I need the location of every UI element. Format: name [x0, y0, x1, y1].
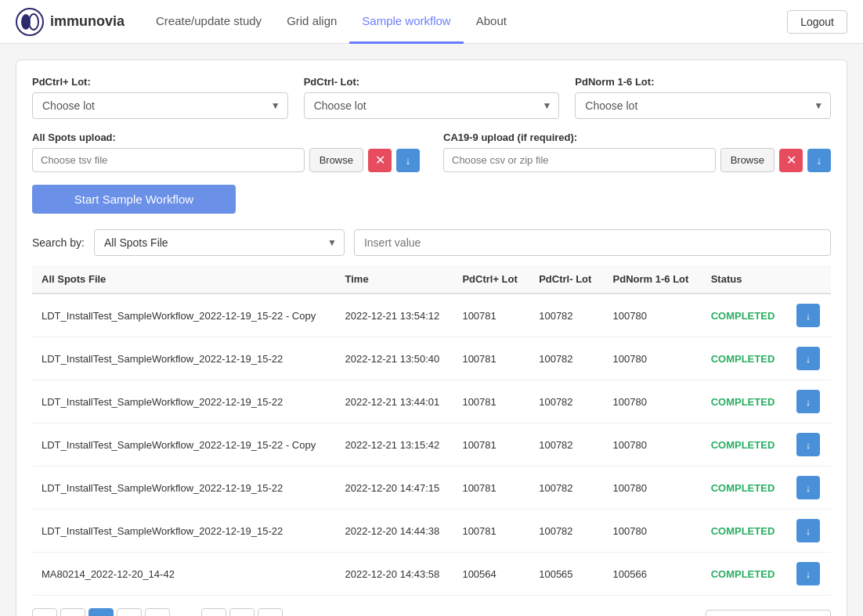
- download-button[interactable]: ↓: [796, 562, 820, 585]
- cell-time: 2022-12-21 13:15:42: [336, 423, 453, 467]
- all-spots-file-input[interactable]: [32, 148, 305, 172]
- items-per-page-wrapper: 10 items per page 20 items per page 50 i…: [706, 610, 831, 617]
- table-row: LDT_InstallTest_SampleWorkflow_2022-12-1…: [32, 380, 831, 423]
- cell-time: 2022-12-20 14:43:58: [336, 553, 453, 596]
- page-1-button[interactable]: 1: [88, 608, 114, 616]
- cell-time: 2022-12-21 13:54:12: [336, 294, 453, 337]
- cell-download[interactable]: ↓: [787, 337, 831, 380]
- download-button[interactable]: ↓: [796, 476, 820, 499]
- search-by-select[interactable]: All Spots File PdCtrl+ Lot PdCtrl- Lot P…: [94, 229, 345, 256]
- cell-download[interactable]: ↓: [787, 553, 831, 596]
- pdctrl-plus-label: PdCtrl+ Lot:: [32, 76, 288, 88]
- all-spots-upload-group: All Spots upload: Browse ✕ ↓: [32, 131, 420, 172]
- all-spots-upload-button[interactable]: ↓: [396, 149, 420, 172]
- nav-item-grid-align[interactable]: Grid align: [274, 0, 349, 44]
- col-header-status: Status: [702, 265, 787, 294]
- search-value-input[interactable]: [354, 229, 831, 256]
- pdctrl-minus-label: PdCtrl- Lot:: [304, 76, 560, 88]
- col-header-time: Time: [336, 265, 453, 294]
- pdctrl-plus-group: PdCtrl+ Lot: Choose lot ▼: [32, 76, 288, 119]
- cell-spots-file: LDT_InstallTest_SampleWorkflow_2022-12-1…: [32, 294, 336, 337]
- page-last-button[interactable]: »»: [258, 608, 283, 616]
- download-icon: ↓: [806, 396, 811, 408]
- col-header-pdctrl-minus: PdCtrl- Lot: [529, 265, 603, 294]
- main-card: PdCtrl+ Lot: Choose lot ▼ PdCtrl- Lot: C…: [16, 59, 847, 616]
- cell-pdnorm: 100780: [604, 467, 702, 510]
- cell-download[interactable]: ↓: [787, 423, 831, 467]
- pdctrl-plus-select[interactable]: Choose lot: [32, 92, 288, 119]
- download-button[interactable]: ↓: [796, 347, 820, 370]
- pdctrl-minus-select[interactable]: Choose lot: [304, 92, 560, 119]
- all-spots-browse-button[interactable]: Browse: [309, 148, 363, 172]
- table-body: LDT_InstallTest_SampleWorkflow_2022-12-1…: [32, 294, 831, 596]
- logout-button[interactable]: Logout: [787, 10, 847, 34]
- ca19-file-input[interactable]: [443, 148, 716, 172]
- page-ellipsis: ...: [173, 608, 198, 616]
- items-per-page-select[interactable]: 10 items per page 20 items per page 50 i…: [706, 610, 831, 617]
- ca19-upload-button[interactable]: ↓: [807, 149, 831, 172]
- main-content: PdCtrl+ Lot: Choose lot ▼ PdCtrl- Lot: C…: [0, 44, 863, 616]
- download-button[interactable]: ↓: [796, 433, 820, 456]
- ca19-upload-label: CA19-9 upload (if required):: [443, 131, 831, 143]
- cell-status: COMPLETED: [702, 423, 787, 467]
- cell-status: COMPLETED: [702, 294, 787, 337]
- cell-time: 2022-12-20 14:44:38: [336, 510, 453, 553]
- ca19-browse-button[interactable]: Browse: [720, 148, 775, 172]
- logo-icon: [16, 8, 44, 36]
- download-icon: ↓: [806, 353, 811, 365]
- cell-status: COMPLETED: [702, 553, 787, 596]
- search-label: Search by:: [32, 236, 85, 249]
- cell-download[interactable]: ↓: [787, 467, 831, 510]
- cell-pdnorm: 100780: [604, 337, 702, 380]
- cell-time: 2022-12-21 13:50:40: [336, 337, 453, 380]
- pdnorm-label: PdNorm 1-6 Lot:: [575, 76, 831, 88]
- cell-download[interactable]: ↓: [787, 294, 831, 337]
- nav-item-create-update[interactable]: Create/update study: [143, 0, 274, 44]
- lot-selectors-row: PdCtrl+ Lot: Choose lot ▼ PdCtrl- Lot: C…: [32, 76, 831, 119]
- nav-item-about[interactable]: About: [464, 0, 519, 44]
- download-icon: ↓: [806, 568, 811, 580]
- cell-spots-file: LDT_InstallTest_SampleWorkflow_2022-12-1…: [32, 380, 336, 423]
- upload-row: All Spots upload: Browse ✕ ↓ CA19-9 uplo…: [32, 131, 831, 172]
- page-prev-button[interactable]: «: [60, 608, 85, 616]
- table-row: LDT_InstallTest_SampleWorkflow_2022-12-1…: [32, 467, 831, 510]
- nav-item-sample-workflow[interactable]: Sample workflow: [349, 0, 463, 44]
- main-nav: Create/update study Grid align Sample wo…: [143, 0, 519, 44]
- cell-pdnorm: 100780: [604, 510, 702, 553]
- ca19-input-row: Browse ✕ ↓: [443, 148, 831, 172]
- download-button[interactable]: ↓: [796, 390, 820, 413]
- all-spots-clear-button[interactable]: ✕: [368, 149, 392, 172]
- page-8-button[interactable]: 8: [201, 608, 226, 616]
- pdnorm-select[interactable]: Choose lot: [575, 92, 831, 119]
- cell-download[interactable]: ↓: [787, 380, 831, 423]
- cell-pdctrl-plus: 100781: [453, 294, 529, 337]
- pdctrl-minus-select-wrapper: Choose lot ▼: [304, 92, 560, 119]
- cell-pdctrl-plus: 100781: [453, 423, 529, 467]
- pdnorm-select-wrapper: Choose lot ▼: [575, 92, 831, 119]
- items-per-page-selector: 10 items per page 20 items per page 50 i…: [706, 610, 831, 617]
- header: immunovia Create/update study Grid align…: [0, 0, 863, 44]
- download-button[interactable]: ↓: [796, 519, 820, 542]
- logo: immunovia: [16, 8, 125, 36]
- cell-pdnorm: 100780: [604, 294, 702, 337]
- page-first-button[interactable]: ««: [32, 608, 57, 616]
- cell-status: COMPLETED: [702, 337, 787, 380]
- page-3-button[interactable]: 3: [145, 608, 170, 616]
- close-icon: ✕: [375, 153, 385, 168]
- search-select-wrapper: All Spots File PdCtrl+ Lot PdCtrl- Lot P…: [94, 229, 345, 256]
- download-icon: ↓: [806, 310, 811, 322]
- all-spots-input-row: Browse ✕ ↓: [32, 148, 420, 172]
- page-2-button[interactable]: 2: [117, 608, 142, 616]
- cell-pdctrl-plus: 100781: [453, 337, 529, 380]
- col-header-pdctrl-plus: PdCtrl+ Lot: [453, 265, 529, 294]
- start-sample-workflow-button[interactable]: Start Sample Workflow: [32, 185, 236, 214]
- results-table: All Spots File Time PdCtrl+ Lot PdCtrl- …: [32, 265, 831, 596]
- page-next-button[interactable]: »: [229, 608, 255, 616]
- cell-spots-file: LDT_InstallTest_SampleWorkflow_2022-12-1…: [32, 337, 336, 380]
- cell-spots-file: MA80214_2022-12-20_14-42: [32, 553, 336, 596]
- search-row: Search by: All Spots File PdCtrl+ Lot Pd…: [32, 229, 831, 256]
- cell-download[interactable]: ↓: [787, 510, 831, 553]
- ca19-clear-button[interactable]: ✕: [779, 149, 803, 172]
- download-button[interactable]: ↓: [796, 304, 820, 327]
- cell-time: 2022-12-20 14:47:15: [336, 467, 453, 510]
